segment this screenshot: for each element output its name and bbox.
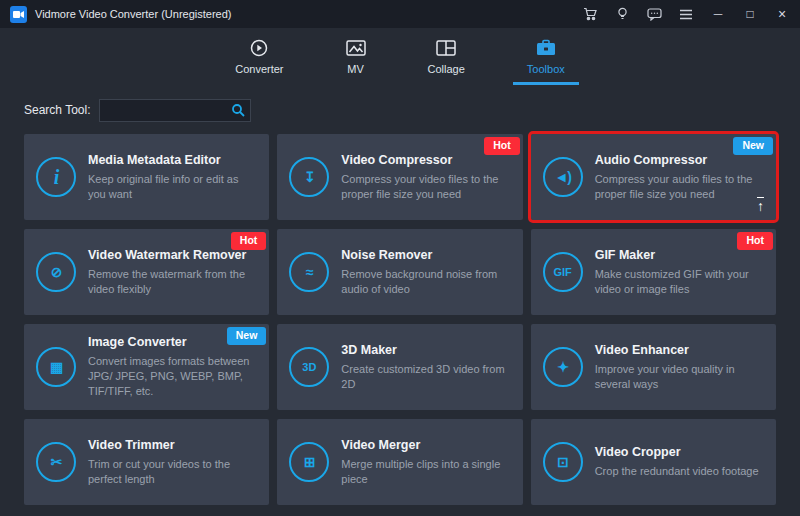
- card-title: Video Watermark Remover: [88, 248, 253, 262]
- card-desc: Remove background noise from audio of vi…: [341, 267, 506, 297]
- search-row: Search Tool:: [24, 98, 800, 122]
- scissors-icon: ✂: [36, 442, 76, 482]
- cart-icon[interactable]: [582, 6, 598, 22]
- card-video-merger[interactable]: ⊞ Video Merger Merge multiple clips into…: [277, 419, 522, 505]
- tab-collage[interactable]: Collage: [414, 28, 479, 85]
- card-title: Media Metadata Editor: [88, 153, 253, 167]
- video-enhancer-icon: ✦: [543, 347, 583, 387]
- search-icon[interactable]: [226, 100, 250, 121]
- card-desc: Convert images formats between JPG/ JPEG…: [88, 354, 253, 399]
- card-desc: Crop the redundant video footage: [595, 464, 760, 479]
- mv-icon: [346, 38, 366, 58]
- crop-icon: ⊡: [543, 442, 583, 482]
- converter-icon: [249, 38, 269, 58]
- hot-badge: Hot: [484, 137, 520, 155]
- new-badge: New: [733, 137, 773, 155]
- card-title: GIF Maker: [595, 248, 760, 262]
- card-title: Noise Remover: [341, 248, 506, 262]
- card-desc: Remove the watermark from the video flex…: [88, 267, 253, 297]
- card-image-converter[interactable]: New ▦ Image Converter Convert images for…: [24, 324, 269, 410]
- watermark-remover-icon: ⊘: [36, 252, 76, 292]
- feedback-icon[interactable]: [646, 6, 662, 22]
- new-badge: New: [227, 327, 267, 345]
- card-title: Video Merger: [341, 438, 506, 452]
- card-title: Video Cropper: [595, 445, 760, 459]
- tab-converter[interactable]: Converter: [221, 28, 297, 85]
- card-desc: Compress your audio files to the proper …: [595, 172, 760, 202]
- tab-collage-label: Collage: [428, 63, 465, 75]
- maximize-button[interactable]: □: [742, 7, 758, 21]
- card-desc: Keep original file info or edit as you w…: [88, 172, 253, 202]
- card-title: Video Trimmer: [88, 438, 253, 452]
- image-converter-icon: ▦: [36, 347, 76, 387]
- card-audio-compressor[interactable]: New ◄) Audio Compressor Compress your au…: [531, 134, 776, 220]
- card-desc: Trim or cut your videos to the perfect l…: [88, 457, 253, 487]
- main-tabbar: Converter MV Collage Toolbox: [0, 28, 800, 85]
- collage-icon: [436, 38, 456, 58]
- merge-icon: ⊞: [289, 442, 329, 482]
- noise-remover-icon: ≈: [289, 252, 329, 292]
- card-desc: Make customized GIF with your video or i…: [595, 267, 760, 297]
- card-video-compressor[interactable]: Hot ↧ Video Compressor Compress your vid…: [277, 134, 522, 220]
- hot-badge: Hot: [231, 232, 267, 250]
- card-title: Video Enhancer: [595, 343, 760, 357]
- menu-icon[interactable]: [678, 6, 694, 22]
- titlebar: Vidmore Video Converter (Unregistered) ─…: [0, 0, 800, 28]
- card-desc: Compress your video files to the proper …: [341, 172, 506, 202]
- app-title: Vidmore Video Converter (Unregistered): [35, 8, 231, 20]
- video-compressor-icon: ↧: [289, 157, 329, 197]
- three-d-maker-icon: 3D: [289, 347, 329, 387]
- card-video-enhancer[interactable]: ✦ Video Enhancer Improve your video qual…: [531, 324, 776, 410]
- lamp-icon[interactable]: [614, 6, 630, 22]
- toolbox-grid: i Media Metadata Editor Keep original fi…: [24, 134, 776, 505]
- card-gif-maker[interactable]: Hot GIF GIF Maker Make customized GIF wi…: [531, 229, 776, 315]
- tab-toolbox-label: Toolbox: [527, 63, 565, 75]
- hot-badge: Hot: [737, 232, 773, 250]
- card-title: Audio Compressor: [595, 153, 760, 167]
- card-media-metadata-editor[interactable]: i Media Metadata Editor Keep original fi…: [24, 134, 269, 220]
- tab-toolbox[interactable]: Toolbox: [513, 28, 579, 85]
- toolbox-icon: [536, 38, 556, 58]
- app-logo-icon: [10, 6, 27, 23]
- tab-mv-label: MV: [347, 63, 364, 75]
- card-title: Video Compressor: [341, 153, 506, 167]
- search-input[interactable]: [100, 103, 226, 117]
- card-noise-remover[interactable]: ≈ Noise Remover Remove background noise …: [277, 229, 522, 315]
- card-video-cropper[interactable]: ⊡ Video Cropper Crop the redundant video…: [531, 419, 776, 505]
- card-desc: Create customized 3D video from 2D: [341, 362, 506, 392]
- card-video-trimmer[interactable]: ✂ Video Trimmer Trim or cut your videos …: [24, 419, 269, 505]
- scroll-to-top-icon[interactable]: ↑: [757, 198, 764, 214]
- tab-mv[interactable]: MV: [332, 28, 380, 85]
- minimize-button[interactable]: ─: [710, 7, 726, 21]
- info-icon: i: [36, 157, 76, 197]
- audio-compressor-icon: ◄): [543, 157, 583, 197]
- card-desc: Improve your video quality in several wa…: [595, 362, 760, 392]
- card-desc: Merge multiple clips into a single piece: [341, 457, 506, 487]
- search-box: [99, 99, 251, 122]
- card-title: 3D Maker: [341, 343, 506, 357]
- close-button[interactable]: ×: [774, 6, 790, 22]
- search-label: Search Tool:: [24, 103, 91, 117]
- card-video-watermark-remover[interactable]: Hot ⊘ Video Watermark Remover Remove the…: [24, 229, 269, 315]
- gif-maker-icon: GIF: [543, 252, 583, 292]
- tab-converter-label: Converter: [235, 63, 283, 75]
- card-3d-maker[interactable]: 3D 3D Maker Create customized 3D video f…: [277, 324, 522, 410]
